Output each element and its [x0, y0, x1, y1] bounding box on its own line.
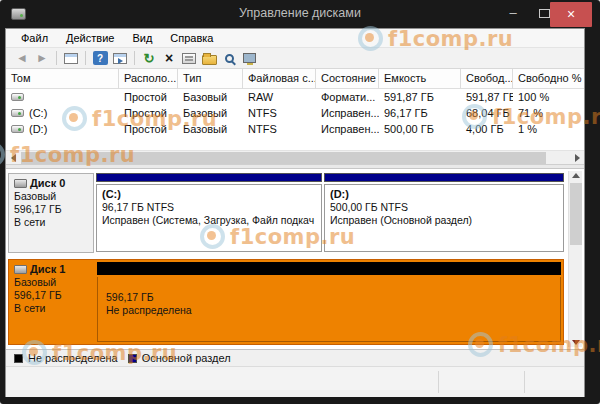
help-icon[interactable]: ? — [91, 50, 109, 66]
cell-type: Базовый — [178, 107, 243, 119]
disk1-label-panel[interactable]: Диск 1 Базовый 596,17 ГБ В сети — [9, 260, 95, 344]
titlebar: Управление дисками – × — [0, 0, 600, 28]
status-bar — [6, 366, 584, 397]
maximize-button[interactable] — [539, 9, 550, 18]
scroll-down-icon[interactable] — [569, 340, 583, 345]
partition-label: (D:) — [330, 188, 558, 200]
partition-status: Исправен (Основной раздел) — [330, 214, 558, 226]
vertical-scrollbar[interactable] — [568, 171, 582, 347]
column-free-pct[interactable]: Свободно % — [513, 69, 584, 89]
legend-unallocated: Не распределена — [14, 352, 118, 364]
legend-label: Основной раздел — [142, 352, 231, 364]
disk-size: 596,17 ГБ — [14, 289, 91, 301]
table-row[interactable]: Простой Базовый RAW Формати... 591,87 ГБ… — [6, 89, 584, 105]
partition-size: 500,00 ГБ NTFS — [330, 201, 558, 213]
column-filesystem[interactable]: Файловая с... — [243, 69, 316, 89]
menu-help[interactable]: Справка — [161, 32, 222, 44]
back-icon[interactable]: ◄ — [13, 50, 31, 66]
toolbar: ◄ ► ? ↻ × — [6, 48, 584, 69]
forward-icon[interactable]: ► — [33, 50, 51, 66]
toolbar-separator — [134, 51, 135, 65]
scroll-left-icon[interactable] — [6, 151, 20, 165]
menu-action[interactable]: Действие — [57, 32, 123, 44]
table-row[interactable]: (D:) Простой Базовый NTFS Исправен... 50… — [6, 121, 584, 137]
column-status[interactable]: Состояние — [316, 69, 379, 89]
menu-view[interactable]: Вид — [123, 32, 161, 44]
cell-status: Исправен... — [316, 107, 379, 119]
unallocated-partition[interactable]: 596,17 ГБ Не распределена — [97, 262, 561, 342]
disk0-label-panel[interactable]: Диск 0 Базовый 596,17 ГБ В сети — [8, 173, 94, 253]
partition-status: Не распределена — [106, 304, 560, 316]
toolbar-separator — [56, 51, 57, 65]
disk-type: Базовый — [14, 276, 91, 288]
disk-icon — [14, 265, 27, 274]
cell-free: 4,00 ГБ — [461, 123, 513, 135]
partition-d[interactable]: (D:) 500,00 ГБ NTFS Исправен (Основной р… — [324, 173, 564, 253]
refresh-icon[interactable]: ↻ — [140, 50, 158, 66]
legend-label: Не распределена — [28, 352, 118, 364]
toolbar-separator — [85, 51, 86, 65]
computer-icon[interactable] — [240, 50, 258, 66]
partition-color-bar — [324, 173, 564, 182]
cell-capacity: 500,00 ГБ — [379, 123, 461, 135]
volume-icon — [11, 125, 24, 133]
volume-label: (D:) — [29, 123, 47, 135]
cell-free: 591,87 ГБ — [461, 91, 513, 103]
table-header: Том Располо... Тип Файловая с... Состоян… — [6, 69, 584, 89]
disk-row-0: Диск 0 Базовый 596,17 ГБ В сети (C:) 96,… — [8, 173, 564, 253]
disk-name: Диск 1 — [30, 263, 65, 275]
disk-graphical-view: Диск 0 Базовый 596,17 ГБ В сети (C:) 96,… — [6, 169, 584, 349]
disk-name: Диск 0 — [30, 177, 65, 189]
partition-size: 596,17 ГБ — [106, 291, 560, 303]
cell-status: Формати... — [316, 91, 379, 103]
partition-color-bar — [96, 173, 322, 182]
volume-label: (C:) — [29, 107, 47, 119]
partition-label: (C:) — [102, 188, 316, 200]
scroll-up-icon[interactable] — [569, 173, 583, 178]
table-row[interactable]: (C:) Простой Базовый NTFS Исправен... 96… — [6, 105, 584, 121]
column-volume[interactable]: Том — [6, 69, 119, 89]
cell-type: Базовый — [178, 91, 243, 103]
horizontal-scrollbar[interactable] — [6, 150, 584, 164]
action-pane-icon[interactable] — [111, 50, 129, 66]
close-button[interactable]: × — [550, 2, 592, 27]
cell-fs: NTFS — [243, 123, 316, 135]
cell-capacity: 96,17 ГБ — [379, 107, 461, 119]
cell-status: Исправен... — [316, 123, 379, 135]
cell-layout: Простой — [119, 91, 178, 103]
cell-free-pct: 71 % — [513, 107, 584, 119]
open-folder-icon[interactable] — [200, 50, 218, 66]
partition-size: 96,17 ГБ NTFS — [102, 201, 316, 213]
cell-fs: NTFS — [243, 107, 316, 119]
cell-layout: Простой — [119, 123, 178, 135]
column-layout[interactable]: Располо... — [119, 69, 178, 89]
cell-free: 68,04 ГБ — [461, 107, 513, 119]
partition-c[interactable]: (C:) 96,17 ГБ NTFS Исправен (Система, За… — [96, 173, 322, 253]
disk-size: 596,17 ГБ — [14, 203, 89, 215]
column-type[interactable]: Тип — [178, 69, 243, 89]
primary-partition-swatch — [128, 354, 137, 363]
properties-icon[interactable] — [180, 50, 198, 66]
column-free[interactable]: Свобод... — [461, 69, 513, 89]
statusbar-divider — [438, 371, 439, 393]
cell-free-pct: 100 % — [513, 91, 584, 103]
disk-icon — [14, 179, 27, 188]
unallocated-color-bar — [97, 262, 561, 275]
scrollbar-thumb[interactable] — [570, 183, 582, 245]
unallocated-swatch — [14, 354, 23, 363]
disk-type: Базовый — [14, 190, 89, 202]
column-capacity[interactable]: Емкость — [379, 69, 461, 89]
menu-file[interactable]: Файл — [12, 32, 57, 44]
volume-icon — [11, 93, 24, 101]
scroll-right-icon[interactable] — [570, 151, 584, 165]
cell-layout: Простой — [119, 107, 178, 119]
search-icon[interactable] — [220, 50, 238, 66]
menu-bar: Файл Действие Вид Справка — [6, 29, 584, 48]
legend-primary-partition: Основной раздел — [128, 352, 231, 364]
disk-status: В сети — [14, 302, 91, 314]
console-tree-icon[interactable] — [62, 50, 80, 66]
scrollbar-thumb[interactable] — [21, 152, 546, 164]
minimize-button[interactable]: – — [502, 4, 524, 24]
delete-icon[interactable]: × — [160, 50, 178, 66]
volumes-table: Том Располо... Тип Файловая с... Состоян… — [6, 69, 584, 150]
